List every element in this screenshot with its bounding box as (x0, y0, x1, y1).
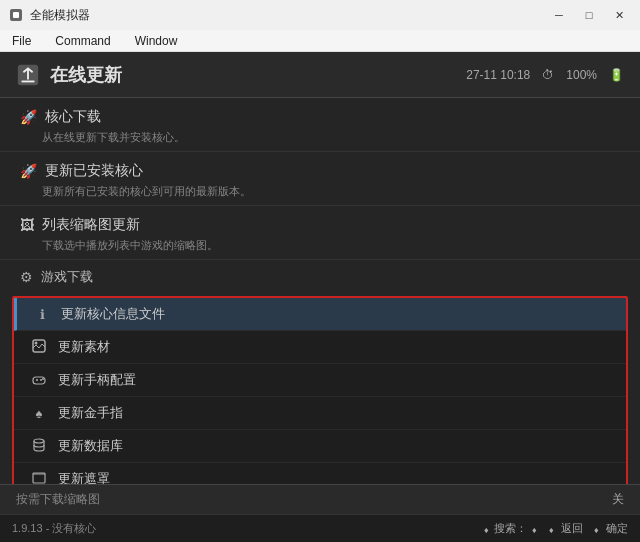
footer-bar: 按需下载缩略图 关 (0, 484, 640, 514)
menu-bar: File Command Window (0, 30, 640, 52)
back-label: 返回 (561, 521, 583, 536)
update-installed-icon: 🚀 (20, 163, 37, 179)
thumbnail-update-title: 列表缩略图更新 (42, 216, 140, 234)
confirm-label: 确定 (606, 521, 628, 536)
close-button[interactable]: ✕ (606, 6, 632, 24)
svg-rect-1 (13, 12, 19, 18)
confirm-icon: ⬧ (593, 523, 600, 535)
controller-icon (30, 373, 48, 388)
game-download-section: ⚙ 游戏下载 (0, 260, 640, 292)
search-area: ⬧ 搜索： ⬧ (483, 521, 538, 536)
version-label: 1.9.13 - 没有核心 (12, 521, 96, 536)
footer-close-label: 关 (612, 491, 624, 508)
header-battery: 100% (566, 68, 597, 82)
content-area: 🚀 核心下载 从在线更新下载并安装核心。 🚀 更新已安装核心 更新所有已安装的核… (0, 98, 640, 484)
highlight-item-database[interactable]: 更新数据库 (14, 430, 626, 463)
menu-command[interactable]: Command (51, 32, 114, 50)
info-icon: ℹ (33, 307, 51, 322)
header-meta: 27-11 10:18 ⏱ 100% 🔋 (466, 68, 624, 82)
section-thumbnail-update[interactable]: 🖼 列表缩略图更新 下载选中播放列表中游戏的缩略图。 (0, 206, 640, 260)
highlight-item-controller-label: 更新手柄配置 (58, 371, 136, 389)
footer-label: 按需下载缩略图 (16, 491, 100, 508)
update-installed-title: 更新已安装核心 (45, 162, 143, 180)
online-update-icon (16, 63, 40, 87)
status-bar-right: ⬧ 搜索： ⬧ ⬧ 返回 ⬧ 确定 (483, 521, 628, 536)
thumbnail-update-desc: 下载选中播放列表中游戏的缩略图。 (20, 238, 620, 253)
svg-point-7 (42, 378, 44, 380)
highlight-item-assets-label: 更新素材 (58, 338, 110, 356)
menu-file[interactable]: File (8, 32, 35, 50)
svg-point-6 (40, 379, 42, 381)
assets-icon (30, 339, 48, 356)
maximize-button[interactable]: □ (576, 6, 602, 24)
battery-icon: 🔋 (609, 68, 624, 82)
search-icon: ⬧ (483, 523, 490, 535)
highlight-item-core-info-label: 更新核心信息文件 (61, 305, 165, 323)
highlight-item-database-label: 更新数据库 (58, 437, 123, 455)
back-area[interactable]: ⬧ 返回 (548, 521, 583, 536)
highlight-item-overlay[interactable]: 更新遮罩 (14, 463, 626, 484)
header-bar: 在线更新 27-11 10:18 ⏱ 100% 🔋 (0, 52, 640, 98)
update-installed-desc: 更新所有已安装的核心到可用的最新版本。 (20, 184, 620, 199)
status-bar: 1.9.13 - 没有核心 ⬧ 搜索： ⬧ ⬧ 返回 ⬧ 确定 (0, 514, 640, 542)
highlight-item-assets[interactable]: 更新素材 (14, 331, 626, 364)
highlight-item-cheat[interactable]: ♠ 更新金手指 (14, 397, 626, 430)
section-core-download[interactable]: 🚀 核心下载 从在线更新下载并安装核心。 (0, 98, 640, 152)
highlight-item-cheat-label: 更新金手指 (58, 404, 123, 422)
overlay-icon (30, 472, 48, 485)
database-icon (30, 438, 48, 455)
highlight-item-controller[interactable]: 更新手柄配置 (14, 364, 626, 397)
section-update-installed[interactable]: 🚀 更新已安装核心 更新所有已安装的核心到可用的最新版本。 (0, 152, 640, 206)
core-download-desc: 从在线更新下载并安装核心。 (20, 130, 620, 145)
menu-window[interactable]: Window (131, 32, 182, 50)
search-nav-icon: ⬧ (531, 523, 538, 535)
highlight-box: ℹ 更新核心信息文件 更新素材 (12, 296, 628, 484)
highlight-item-overlay-label: 更新遮罩 (58, 470, 110, 484)
header-title: 在线更新 (50, 63, 466, 87)
main-area: 🚀 核心下载 从在线更新下载并安装核心。 🚀 更新已安装核心 更新所有已安装的核… (0, 98, 640, 542)
core-download-title: 核心下载 (45, 108, 101, 126)
footer-close-button[interactable]: 关 (612, 491, 624, 508)
game-download-icon: ⚙ (20, 269, 33, 285)
svg-rect-10 (33, 473, 45, 475)
cheat-icon: ♠ (30, 406, 48, 421)
app-icon (8, 7, 24, 23)
minimize-button[interactable]: ─ (546, 6, 572, 24)
core-download-icon: 🚀 (20, 109, 37, 125)
clock-icon: ⏱ (542, 68, 554, 82)
back-icon: ⬧ (548, 523, 555, 535)
highlight-item-core-info[interactable]: ℹ 更新核心信息文件 (14, 298, 626, 331)
header-datetime: 27-11 10:18 (466, 68, 530, 82)
window-controls: ─ □ ✕ (546, 6, 632, 24)
game-download-label: 游戏下载 (41, 268, 93, 286)
svg-point-4 (35, 341, 38, 344)
title-bar: 全能模拟器 ─ □ ✕ (0, 0, 640, 30)
svg-point-8 (34, 439, 44, 443)
app-window: 全能模拟器 ─ □ ✕ File Command Window 在线更新 27-… (0, 0, 640, 542)
thumbnail-update-icon: 🖼 (20, 217, 34, 233)
app-title: 全能模拟器 (30, 7, 540, 24)
search-label: 搜索： (494, 521, 527, 536)
confirm-area[interactable]: ⬧ 确定 (593, 521, 628, 536)
